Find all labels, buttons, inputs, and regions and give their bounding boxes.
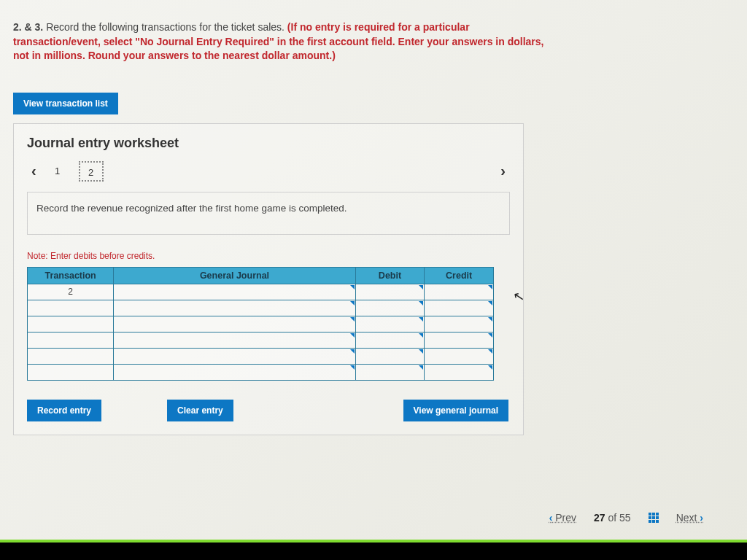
worksheet-title: Journal entry worksheet	[27, 136, 510, 151]
worksheet-actions: Record entry Clear entry View general jo…	[27, 400, 508, 421]
cell-account-input[interactable]	[114, 300, 355, 316]
pager-page-2[interactable]: 2	[79, 161, 104, 182]
col-credit: Credit	[425, 267, 494, 284]
pager-prev-icon[interactable]: ‹	[27, 163, 41, 179]
bottom-band	[0, 542, 747, 560]
cell-debit-input[interactable]	[355, 300, 425, 316]
question-counter: 27 of 55	[594, 512, 631, 524]
journal-worksheet-panel: Journal entry worksheet ‹ 1 2 › Record t…	[13, 123, 524, 435]
cell-debit-input[interactable]	[355, 364, 425, 380]
debit-credit-note: Note: Enter debits before credits.	[27, 251, 510, 261]
cell-debit-input[interactable]	[355, 284, 425, 300]
cell-credit-input[interactable]	[425, 364, 494, 380]
cell-transaction-blank	[28, 316, 114, 332]
question-instructions: 2. & 3. Record the following transaction…	[13, 20, 553, 63]
col-transaction: Transaction	[28, 267, 114, 284]
footer-navigation: ‹ Prev 27 of 55 Next ›	[549, 512, 703, 524]
cell-credit-input[interactable]	[425, 284, 494, 300]
chevron-right-icon: ›	[700, 512, 703, 524]
table-row	[28, 332, 494, 348]
pager-page-1[interactable]: 1	[45, 161, 70, 182]
cell-debit-input[interactable]	[355, 316, 425, 332]
table-row	[28, 300, 494, 316]
prev-question-link[interactable]: ‹ Prev	[549, 512, 576, 524]
col-general-journal: General Journal	[114, 267, 355, 284]
cell-credit-input[interactable]	[425, 316, 494, 332]
cell-account-input[interactable]	[114, 316, 355, 332]
journal-entry-table: Transaction General Journal Debit Credit…	[27, 267, 494, 381]
instruction-text: Record the following transactions for th…	[43, 21, 287, 33]
view-general-journal-button[interactable]: View general journal	[403, 400, 508, 421]
table-row	[28, 348, 494, 364]
cell-debit-input[interactable]	[355, 348, 425, 364]
cell-account-input[interactable]	[114, 364, 355, 380]
cell-transaction-number: 2	[28, 284, 114, 300]
cell-account-input[interactable]	[114, 284, 355, 300]
table-row	[28, 316, 494, 332]
cell-transaction-blank	[28, 348, 114, 364]
record-entry-button[interactable]: Record entry	[27, 400, 101, 421]
cell-transaction-blank	[28, 364, 114, 380]
question-number: 2. & 3.	[13, 21, 43, 33]
grid-icon[interactable]	[649, 513, 659, 523]
cell-transaction-blank	[28, 332, 114, 348]
cell-account-input[interactable]	[114, 332, 355, 348]
view-transaction-list-button[interactable]: View transaction list	[13, 93, 118, 114]
cell-credit-input[interactable]	[425, 300, 494, 316]
cell-debit-input[interactable]	[355, 332, 425, 348]
next-question-link[interactable]: Next ›	[676, 512, 703, 524]
table-row	[28, 364, 494, 380]
entry-pager: ‹ 1 2 ›	[27, 161, 510, 182]
chevron-left-icon: ‹	[549, 512, 553, 524]
cell-transaction-blank	[28, 300, 114, 316]
cell-credit-input[interactable]	[425, 348, 494, 364]
next-label: Next	[676, 512, 697, 524]
table-row: 2	[28, 284, 494, 300]
cell-credit-input[interactable]	[425, 332, 494, 348]
transaction-prompt: Record the revenue recognized after the …	[27, 192, 510, 235]
cell-account-input[interactable]	[114, 348, 355, 364]
clear-entry-button[interactable]: Clear entry	[167, 400, 233, 421]
pager-next-icon[interactable]: ›	[496, 163, 510, 179]
prev-label: Prev	[555, 512, 576, 524]
col-debit: Debit	[355, 267, 425, 284]
